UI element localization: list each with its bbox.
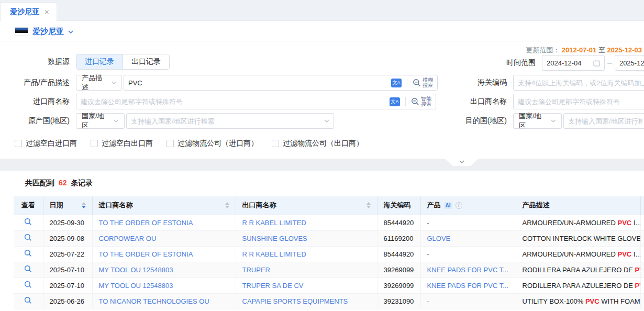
desc-highlight: PVC — [618, 219, 632, 227]
product-description: RODILLERA PARA AZULEJERO DE PVC — [516, 277, 640, 293]
country-selector[interactable]: 爱沙尼亚 — [15, 27, 73, 37]
col-header-exporter[interactable]: 出口商名称 — [236, 196, 377, 215]
suffix-divider — [407, 78, 407, 87]
results-table-wrap: 查看 日期 进口商名称 出口商名称 — [14, 196, 644, 309]
date-to-input[interactable]: 2025-12-03 — [615, 55, 644, 71]
results-panel: 共匹配到 62 条记录 查看 日期 — [0, 171, 644, 311]
toggle-export-records[interactable]: 出口记录 — [123, 54, 169, 69]
date-from-input[interactable]: 2024-12-04 — [542, 55, 605, 71]
date-range-separator: – — [607, 58, 612, 68]
update-range-word: 至 — [598, 46, 605, 54]
exporter-row: 出口商名称 — [461, 94, 644, 109]
datasource-row: 数据源 进口记录 出口记录 — [0, 54, 170, 70]
col-header-date-label: 日期 — [50, 201, 63, 210]
origin-country-input[interactable] — [131, 117, 324, 125]
checkbox-filter-logistics-exporter[interactable]: 过滤物流公司（出口商） — [272, 139, 363, 148]
exporter-link[interactable]: R R KABEL LIMITED — [242, 219, 306, 227]
search-minus-icon — [411, 97, 419, 106]
hs-code-input[interactable] — [518, 79, 644, 87]
extra-cell — [640, 215, 644, 230]
magnifier-icon — [24, 265, 32, 273]
product-description: COTTON INTERLOCK WHITE GLOVES... — [516, 230, 640, 246]
record-date: 2025-09-08 — [43, 230, 92, 246]
exporter-link[interactable]: TRUPER SA DE CV — [242, 282, 304, 290]
product-link[interactable]: GLOVE — [427, 235, 451, 242]
table-row: 2025-06-26 TO NICANOR TECHNOLOGIES OU CA… — [14, 293, 644, 309]
product-row: 产品/产品描述 产品描述 文A 模糊搜索 — [0, 75, 438, 91]
view-record-button[interactable] — [24, 265, 32, 273]
importer-link[interactable]: TO THE ORDER OF ESTONIA — [99, 219, 193, 227]
exporter-link[interactable]: R R KABEL LIMITED — [242, 250, 306, 258]
destination-input-box — [563, 113, 644, 129]
exporter-link[interactable]: SUNSHINE GLOVES — [242, 235, 307, 242]
checkbox-icon[interactable] — [15, 140, 22, 147]
ai-badge: AI — [444, 202, 452, 209]
hs-code-value: 85444920 — [377, 246, 420, 262]
checkbox-filter-blank-exporter[interactable]: 过滤空白出口商 — [91, 139, 153, 148]
destination-country-input[interactable] — [568, 117, 642, 125]
destination-type-select[interactable]: 国家/地区 — [513, 113, 562, 129]
view-record-button[interactable] — [24, 234, 32, 241]
update-range-to: 2025-12-03 — [607, 46, 642, 54]
exporter-link[interactable]: CAPAPIE SPORTS EQUIPMENTS — [242, 297, 348, 305]
results-table: 查看 日期 进口商名称 出口商名称 — [14, 196, 644, 309]
col-header-date[interactable]: 日期 — [43, 196, 92, 215]
extra-cell — [640, 246, 644, 262]
fuzzy-search-button[interactable]: 模糊搜索 — [413, 77, 433, 88]
exporter-search-input[interactable] — [518, 98, 644, 106]
view-record-button[interactable] — [24, 281, 32, 288]
product-link[interactable]: KNEE PADS FOR PVC T... — [427, 266, 509, 274]
importer-link[interactable]: TO THE ORDER OF ESTONIA — [99, 250, 193, 258]
importer-link[interactable]: MY TOOL OU 12548803 — [99, 282, 173, 290]
exporter-link[interactable]: TRUPER — [242, 266, 270, 274]
checkbox-label: 过滤空白进口商 — [26, 139, 77, 148]
sort-icon-importer[interactable] — [225, 202, 229, 208]
checkbox-icon[interactable] — [91, 140, 98, 147]
col-header-importer-label: 进口商名称 — [99, 201, 133, 210]
toggle-import-records[interactable]: 进口记录 — [76, 54, 123, 69]
table-header-row: 查看 日期 进口商名称 出口商名称 — [14, 196, 644, 215]
checkbox-icon[interactable] — [166, 140, 174, 147]
importer-row: 进口商名称 文A 智能搜索 — [0, 94, 436, 109]
product-search-input[interactable] — [128, 79, 391, 87]
tab-estonia[interactable]: 爱沙尼亚 × — [0, 2, 57, 21]
checkbox-filter-blank-importer[interactable]: 过滤空白进口商 — [15, 139, 77, 148]
desc-highlight: PVC — [635, 266, 640, 274]
desc-highlight: PVC — [618, 250, 632, 258]
desc-text: RODILLERA PARA AZULEJERO DE — [523, 266, 635, 274]
origin-label: 原产国(地区) — [0, 116, 76, 126]
exporter-label: 出口商名称 — [461, 97, 513, 106]
view-record-button[interactable] — [24, 218, 32, 226]
product-link[interactable]: KNEE PADS FOR PVC T... — [427, 282, 509, 290]
close-icon[interactable]: × — [45, 8, 49, 16]
importer-search-input[interactable] — [81, 98, 390, 106]
col-header-importer[interactable]: 进口商名称 — [92, 196, 236, 215]
smart-search-button[interactable]: 智能搜索 — [411, 96, 431, 107]
update-range-from: 2012-07-01 — [562, 46, 597, 54]
product-type-select[interactable]: 产品描述 — [76, 75, 122, 91]
tab-label: 爱沙尼亚 — [10, 7, 39, 17]
importer-link[interactable]: CORPOWEAR OU — [99, 235, 157, 242]
record-date: 2025-06-26 — [43, 293, 92, 309]
magnifier-icon — [24, 281, 32, 288]
calendar-icon — [593, 60, 600, 66]
trade-data-app: 爱沙尼亚 × 爱沙尼亚 更新范围： 2012-07-01 至 2025-12-0… — [0, 0, 644, 311]
product-value: - — [427, 297, 429, 305]
info-icon[interactable]: i — [456, 202, 462, 209]
sort-icon-exporter[interactable] — [367, 202, 371, 208]
sort-icon-date[interactable] — [82, 202, 86, 208]
product-value: - — [427, 219, 429, 227]
desc-text: UTILITY BOX-100% — [523, 297, 585, 305]
view-record-button[interactable] — [24, 296, 32, 304]
checkbox-icon[interactable] — [272, 140, 279, 147]
origin-type-select[interactable]: 国家/地区 — [76, 113, 125, 129]
results-count: 62 — [59, 179, 67, 187]
results-prefix: 共匹配到 — [25, 179, 54, 187]
translate-icon[interactable]: 文A — [390, 97, 400, 106]
importer-link[interactable]: MY TOOL OU 12548803 — [99, 266, 173, 274]
importer-link[interactable]: TO NICANOR TECHNOLOGIES OU — [99, 297, 209, 305]
magnifier-icon — [24, 249, 32, 257]
view-record-button[interactable] — [24, 249, 32, 257]
translate-icon[interactable]: 文A — [391, 79, 402, 87]
checkbox-filter-logistics-importer[interactable]: 过滤物流公司（进口商） — [166, 139, 258, 148]
